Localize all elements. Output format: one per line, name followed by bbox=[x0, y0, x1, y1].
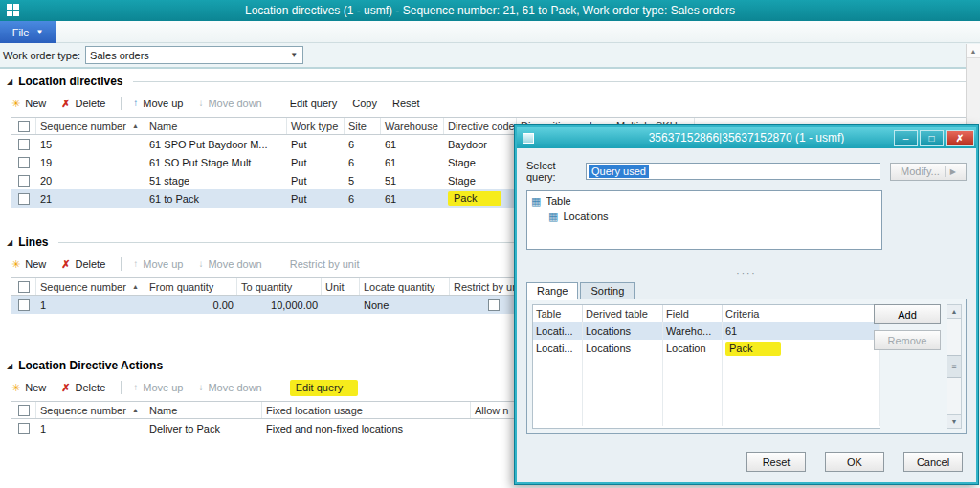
restrict-by-unit-button[interactable]: Restrict by unit bbox=[290, 258, 360, 270]
empty-row bbox=[533, 374, 880, 391]
cancel-button[interactable]: Cancel bbox=[903, 452, 963, 472]
work-order-type-label: Work order type: bbox=[3, 50, 80, 61]
reset-button[interactable]: Reset bbox=[746, 452, 806, 472]
move-up-button[interactable]: ↑Move up bbox=[133, 382, 183, 393]
tab-range[interactable]: Range bbox=[526, 282, 578, 299]
highlighted-value: Edit query bbox=[290, 380, 359, 396]
dialog-tabs: Range Sorting bbox=[526, 282, 967, 299]
move-down-button[interactable]: ↓Move down bbox=[198, 98, 261, 109]
file-menu-button[interactable]: File ▼ bbox=[0, 21, 56, 43]
modify-button[interactable]: Modify... ▶ bbox=[890, 163, 967, 181]
select-query-input[interactable]: Query used bbox=[586, 163, 880, 180]
cell-site: 6 bbox=[345, 189, 381, 208]
scroll-up-icon[interactable]: ▲ bbox=[967, 44, 980, 58]
column-header-criteria[interactable]: Criteria bbox=[723, 305, 880, 322]
cell-name: 61 SO Put Stage Mult bbox=[145, 153, 287, 171]
cell-sequence: 1 bbox=[36, 296, 145, 314]
vertical-scrollbar[interactable]: ▲ bbox=[966, 44, 980, 124]
tab-sorting[interactable]: Sorting bbox=[580, 282, 635, 299]
column-header-table[interactable]: Table bbox=[533, 305, 583, 322]
minimize-button[interactable]: – bbox=[894, 130, 918, 146]
divider bbox=[121, 97, 122, 110]
divider bbox=[945, 166, 946, 177]
add-button[interactable]: Add bbox=[874, 304, 941, 324]
row-checkbox[interactable] bbox=[18, 299, 30, 311]
cell-directive-code: Baydoor bbox=[444, 135, 517, 153]
reset-button[interactable]: Reset bbox=[392, 98, 420, 109]
cell-name: Deliver to Pack bbox=[145, 419, 262, 437]
column-header-derived-table[interactable]: Derived table bbox=[583, 305, 663, 322]
column-header-sequence[interactable]: Sequence number▲ bbox=[36, 118, 145, 134]
column-header-sequence[interactable]: Sequence number▲ bbox=[36, 402, 145, 418]
delete-button[interactable]: ✗Delete bbox=[61, 258, 105, 270]
maximize-button[interactable]: □ bbox=[920, 130, 944, 146]
work-order-type-select[interactable]: Sales orders ▼ bbox=[85, 46, 303, 64]
column-header-warehouse[interactable]: Warehouse bbox=[381, 118, 444, 134]
move-up-button[interactable]: ↑Move up bbox=[133, 258, 183, 270]
splitter-handle[interactable]: ···· bbox=[526, 271, 967, 280]
remove-button[interactable]: Remove bbox=[874, 330, 941, 350]
cell-warehouse: 61 bbox=[381, 135, 444, 153]
column-header-unit[interactable]: Unit bbox=[322, 278, 360, 295]
cell-directive-code: Stage bbox=[444, 171, 517, 189]
row-checkbox[interactable] bbox=[18, 193, 30, 205]
select-query-value: Query used bbox=[589, 165, 649, 178]
column-header-locate-quantity[interactable]: Locate quantity bbox=[360, 278, 450, 295]
scrollbar-thumb[interactable]: ≡ bbox=[947, 355, 961, 378]
section-header-location-directives[interactable]: ◢ Location directives bbox=[0, 74, 980, 89]
column-header-name[interactable]: Name bbox=[145, 402, 262, 418]
cell-work-type: Put bbox=[287, 135, 345, 153]
arrow-up-icon: ↑ bbox=[133, 99, 138, 108]
column-header-directive-code[interactable]: Directive code bbox=[444, 118, 517, 134]
column-header-work-type[interactable]: Work type bbox=[287, 118, 345, 134]
row-checkbox[interactable] bbox=[18, 423, 30, 434]
cell-sequence: 1 bbox=[36, 419, 145, 437]
new-button[interactable]: ✳New bbox=[11, 382, 46, 393]
delete-button[interactable]: ✗Delete bbox=[61, 382, 105, 393]
divider bbox=[133, 81, 976, 82]
row-checkbox[interactable] bbox=[18, 139, 30, 150]
close-button[interactable]: ✗ bbox=[946, 130, 974, 146]
criteria-row[interactable]: Locati... Locations Location Pack bbox=[533, 340, 880, 357]
delete-button[interactable]: ✗Delete bbox=[61, 98, 105, 109]
cell-field: Location bbox=[663, 340, 723, 357]
edit-query-button[interactable]: Edit query bbox=[290, 98, 338, 109]
vertical-scrollbar[interactable]: ▲ ≡ ▼ bbox=[947, 304, 962, 429]
criteria-row-selected[interactable]: Locati... Locations Wareho... 61 bbox=[533, 322, 880, 340]
new-button[interactable]: ✳New bbox=[11, 258, 46, 270]
column-header-fixed-location-usage[interactable]: Fixed location usage bbox=[262, 402, 471, 418]
scroll-down-icon[interactable]: ▼ bbox=[947, 414, 961, 428]
select-all-checkbox[interactable] bbox=[18, 121, 30, 132]
column-header-site[interactable]: Site bbox=[345, 118, 381, 134]
cell-sequence: 20 bbox=[36, 171, 145, 189]
window-titlebar: Location directives (1 - usmf) - Sequenc… bbox=[0, 0, 980, 21]
select-all-checkbox[interactable] bbox=[18, 405, 30, 416]
scroll-up-icon[interactable]: ▲ bbox=[947, 305, 961, 319]
copy-button[interactable]: Copy bbox=[352, 98, 377, 109]
new-button[interactable]: ✳New bbox=[11, 98, 46, 109]
column-header-sequence[interactable]: Sequence number▲ bbox=[36, 278, 145, 295]
query-table-tree: ▦ Table ▦ Locations bbox=[526, 190, 882, 250]
column-header-field[interactable]: Field bbox=[663, 305, 723, 322]
move-up-button[interactable]: ↑Move up bbox=[133, 98, 183, 109]
column-header-to-quantity[interactable]: To quantity bbox=[237, 278, 322, 295]
collapse-icon: ◢ bbox=[7, 238, 12, 247]
ok-button[interactable]: OK bbox=[825, 452, 884, 472]
new-icon: ✳ bbox=[11, 383, 20, 393]
row-checkbox[interactable] bbox=[18, 157, 30, 168]
move-down-button[interactable]: ↓Move down bbox=[198, 258, 261, 270]
restrict-by-unit-checkbox[interactable] bbox=[488, 299, 500, 311]
cell-field: Wareho... bbox=[663, 322, 723, 340]
tree-node-locations[interactable]: ▦ Locations bbox=[548, 209, 878, 224]
move-down-button[interactable]: ↓Move down bbox=[198, 382, 261, 393]
column-header-from-quantity[interactable]: From quantity bbox=[145, 278, 237, 295]
tree-node-table[interactable]: ▦ Table bbox=[531, 193, 878, 209]
select-all-checkbox[interactable] bbox=[18, 281, 30, 293]
column-header-name[interactable]: Name bbox=[145, 118, 287, 134]
dialog-titlebar: 35637152866|35637152870 (1 - usmf) – □ ✗ bbox=[517, 127, 976, 148]
cell-site: 6 bbox=[345, 153, 381, 171]
cell-site: 6 bbox=[345, 135, 381, 153]
edit-query-button[interactable]: Edit query bbox=[290, 380, 359, 396]
row-checkbox[interactable] bbox=[18, 175, 30, 187]
sort-asc-icon: ▲ bbox=[132, 283, 139, 290]
